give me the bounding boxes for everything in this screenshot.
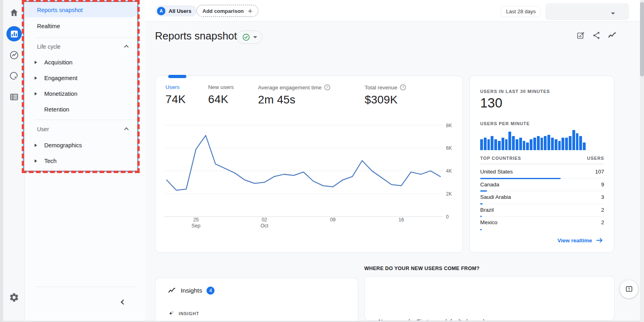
audience-chip-label: All Users <box>169 8 191 14</box>
home-icon[interactable] <box>9 7 19 18</box>
analytics-app-window: Reports snapshot Realtime Life cycle Acq… <box>3 0 640 321</box>
chevron-up-icon <box>124 45 128 49</box>
nav-item-label: Reports snapshot <box>37 7 83 13</box>
nav-item-demographics[interactable]: Demographics <box>25 138 138 153</box>
minute-bar <box>551 138 554 150</box>
minute-bar <box>502 138 504 150</box>
country-users: 3 <box>601 194 604 200</box>
nav-item-label: Tech <box>44 158 57 164</box>
svg-text:16: 16 <box>398 217 404 223</box>
add-comparison-label: Add comparison <box>202 8 244 14</box>
admin-gear-icon[interactable] <box>9 292 19 303</box>
insights-title: Insights <box>181 287 202 294</box>
country-name: Mexico <box>480 219 497 225</box>
users-per-minute-bar-chart <box>480 130 586 150</box>
collapse-nav-button[interactable] <box>118 296 129 308</box>
nav-item-engagement[interactable]: Engagement <box>25 70 138 85</box>
metric-label: Users <box>165 84 180 90</box>
metric-tab-avg-engagement-time[interactable]: Average engagement time ? 2m 45s <box>258 84 330 106</box>
nav-item-monetization[interactable]: Monetization <box>25 86 138 101</box>
svg-text:Sep: Sep <box>192 223 200 229</box>
svg-text:4K: 4K <box>446 168 452 174</box>
feedback-button[interactable] <box>620 280 638 298</box>
minute-bar <box>491 136 493 150</box>
nav-item-label: Realtime <box>37 23 60 29</box>
metric-tab-total-revenue[interactable]: Total revenue ? $309K <box>365 84 406 106</box>
country-row: Brazil 2 <box>480 204 604 217</box>
insights-sparkline-icon[interactable] <box>607 31 617 40</box>
metric-label: New users <box>208 84 234 90</box>
nav-section-user[interactable]: User <box>25 122 138 136</box>
customize-report-icon[interactable] <box>576 31 586 40</box>
minute-bar <box>555 139 557 150</box>
insights-count-badge: 4 <box>206 287 215 295</box>
country-row: Saudi Arabia 3 <box>480 191 604 204</box>
minute-bar <box>572 130 575 150</box>
nav-item-label: Engagement <box>44 75 77 81</box>
audience-chip-all-users[interactable]: A All Users <box>155 5 197 17</box>
metric-label: Total revenue <box>365 85 397 91</box>
minute-bar <box>516 139 518 150</box>
users-line-chart: 8K6K4K2K025Sep02Oct0916 <box>164 120 458 229</box>
new-users-heading: WHERE DO YOUR NEW USERS COME FROM? <box>364 266 479 271</box>
page-title: Reports snapshot <box>155 30 237 42</box>
add-comparison-button[interactable]: Add comparison <box>196 5 258 17</box>
insights-sparkline-icon <box>167 286 176 295</box>
metric-value: $309K <box>365 93 406 106</box>
insight-section-label: INSIGHT <box>179 311 199 316</box>
check-circle-icon <box>242 33 250 41</box>
minute-bar <box>484 138 487 150</box>
nav-section-label: User <box>37 126 49 132</box>
insights-header: Insights 4 <box>167 286 215 295</box>
top-countries-table: United States 107 Canada 9 Saudi Arabia … <box>480 166 604 229</box>
chevron-left-icon <box>121 299 126 305</box>
nav-item-reports-snapshot[interactable]: Reports snapshot <box>25 2 138 17</box>
new-users-chart-title: New users by First user default channel … <box>378 318 502 321</box>
minute-bar <box>579 136 582 150</box>
help-icon[interactable]: ? <box>400 84 406 91</box>
advertising-icon[interactable] <box>9 71 19 81</box>
nav-item-tech[interactable]: Tech <box>25 153 138 168</box>
nav-section-life-cycle[interactable]: Life cycle <box>25 40 138 54</box>
metric-label: Average engagement time <box>258 85 322 91</box>
realtime-card: USERS IN LAST 30 MINUTES 130 USERS PER M… <box>469 76 614 253</box>
nav-item-label: Acquisition <box>44 59 72 66</box>
country-users: 2 <box>601 207 604 213</box>
metric-value: 64K <box>208 93 234 106</box>
date-range-caret-icon[interactable] <box>611 12 615 14</box>
metric-tab-users[interactable]: Users 74K <box>165 84 186 106</box>
feedback-icon <box>625 285 634 294</box>
svg-text:2K: 2K <box>446 191 452 197</box>
nav-item-realtime[interactable]: Realtime <box>25 19 138 33</box>
share-icon[interactable] <box>592 31 601 40</box>
nav-item-label: Monetization <box>44 91 77 97</box>
nav-divider <box>35 37 138 38</box>
minute-bar <box>523 141 526 150</box>
users-30min-label: USERS IN LAST 30 MINUTES <box>480 89 550 94</box>
minute-bar <box>480 139 483 150</box>
scrollbar-thumb[interactable] <box>640 2 644 76</box>
chevron-down-icon <box>253 36 257 38</box>
report-status-dropdown[interactable] <box>237 31 262 44</box>
nav-item-acquisition[interactable]: Acquisition <box>25 55 138 70</box>
svg-text:6K: 6K <box>446 145 452 151</box>
expand-triangle-icon <box>35 92 37 95</box>
minute-bar <box>537 136 540 150</box>
minute-bar <box>494 139 497 150</box>
minute-bar <box>508 132 511 150</box>
minute-bar <box>498 141 501 150</box>
minute-bar <box>519 138 522 150</box>
reports-icon[interactable] <box>6 26 22 41</box>
top-countries-header: TOP COUNTRIES USERS <box>480 156 604 164</box>
nav-divider <box>35 120 138 120</box>
library-icon[interactable] <box>9 92 19 102</box>
help-icon[interactable]: ? <box>324 84 330 91</box>
app-icon-rail <box>3 0 25 321</box>
nav-item-retention[interactable]: Retention <box>25 102 138 117</box>
chevron-up-icon <box>124 127 128 132</box>
view-realtime-link[interactable]: View realtime <box>557 237 603 244</box>
country-name: United States <box>480 169 513 175</box>
date-range-selector[interactable]: Last 28 days <box>502 6 540 17</box>
metric-tab-new-users[interactable]: New users 64K <box>208 84 234 106</box>
explore-icon[interactable] <box>9 50 19 60</box>
